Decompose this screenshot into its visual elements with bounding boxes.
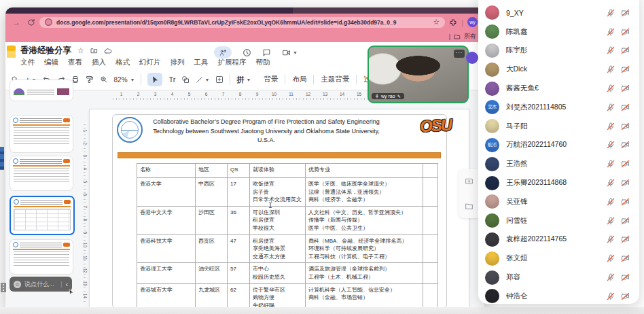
- reload-icon[interactable]: [27, 18, 35, 27]
- mic-muted-icon[interactable]: [607, 198, 615, 206]
- menu-item[interactable]: 扩展程序: [218, 58, 247, 67]
- camera-off-icon[interactable]: [621, 141, 630, 149]
- participant-row[interactable]: 王乐卿2023114868: [478, 173, 639, 192]
- table-row[interactable]: 香港大学 中西区 17 吃饭便宜 房子贵 日常学术交流用英文 医学（牙医、临床医…: [137, 178, 438, 207]
- mic-muted-icon[interactable]: [607, 273, 615, 281]
- camera-off-icon[interactable]: [621, 103, 630, 111]
- emoji-icon[interactable]: ☺: [14, 281, 21, 288]
- select-tool-button[interactable]: [147, 73, 162, 86]
- slide-thumbnail[interactable]: [10, 156, 73, 191]
- folder-icon[interactable]: [454, 33, 461, 40]
- mic-muted-icon[interactable]: [607, 179, 615, 187]
- collapse-chevron-icon[interactable]: ‹: [66, 281, 68, 288]
- camera-off-icon[interactable]: [621, 292, 630, 300]
- chat-input-bar[interactable]: ☺ 说点什么... | ‹: [10, 277, 72, 292]
- webcam-more-button[interactable]: ···: [454, 50, 465, 58]
- mic-muted-icon[interactable]: [607, 65, 615, 73]
- move-folder-icon[interactable]: [90, 47, 98, 54]
- slide-canvas[interactable]: Collaborative Bachelor’s Degree Program …: [89, 109, 469, 309]
- browser-profile-avatar[interactable]: wy: [467, 17, 478, 27]
- url-text[interactable]: docs.google.com/presentation/d/15qxn0R8g…: [56, 19, 429, 26]
- camera-off-icon[interactable]: [621, 179, 630, 187]
- table-row[interactable]: 香港中文大学 沙田区 36 可以住深圳 租房便宜 学校很大 人文社科（中文、历史…: [137, 206, 438, 234]
- shapes-tool-icon[interactable]: [181, 75, 190, 84]
- camera-off-icon[interactable]: [621, 46, 630, 54]
- camera-off-icon[interactable]: [621, 28, 630, 36]
- textbox-tool-button[interactable]: Tr: [168, 75, 175, 84]
- camera-off-icon[interactable]: [621, 273, 630, 281]
- mic-muted-icon[interactable]: [607, 141, 615, 149]
- zoom-icon[interactable]: [100, 75, 108, 84]
- chat-placeholder[interactable]: 说点什么...: [24, 280, 57, 289]
- menu-item[interactable]: 排列: [171, 58, 185, 67]
- participant-row[interactable]: 王浩然: [478, 154, 639, 173]
- meet-button[interactable]: ▼: [282, 48, 298, 57]
- bookmark-star-icon[interactable]: ☆: [433, 18, 440, 27]
- share-screen-icon[interactable]: [465, 177, 473, 186]
- mic-muted-icon[interactable]: [607, 292, 615, 300]
- extensions-icon[interactable]: [449, 18, 457, 27]
- menu-item[interactable]: 编辑: [44, 58, 58, 67]
- format-button[interactable]: 布局: [285, 75, 313, 84]
- webcam-video-tile[interactable]: ··· wy rao ✎: [368, 46, 469, 103]
- camera-off-icon[interactable]: [621, 65, 630, 73]
- mic-muted-icon[interactable]: [607, 235, 615, 243]
- participant-row[interactable]: 9_XY: [478, 3, 639, 22]
- slide-title[interactable]: Collaborative Bachelor’s Degree Program …: [147, 118, 385, 145]
- url-bar[interactable]: docs.google.com/presentation/d/15qxn0R8g…: [39, 17, 445, 28]
- forward-icon[interactable]: →: [12, 18, 22, 27]
- participant-row[interactable]: 闫雪钰: [478, 211, 639, 230]
- spellcheck-button[interactable]: 拼 ▼: [236, 75, 251, 85]
- menu-item[interactable]: 幻灯片: [139, 58, 161, 67]
- slide-thumbnail-selected[interactable]: [10, 196, 75, 235]
- slide-thumbnail[interactable]: [10, 239, 73, 275]
- version-history-icon[interactable]: [243, 48, 251, 57]
- participant-row[interactable]: 旻杰 刘旻杰2021114805: [478, 98, 639, 117]
- camera-off-icon[interactable]: [621, 84, 630, 92]
- participant-row[interactable]: 钟浩仑: [478, 287, 639, 304]
- mic-muted-icon[interactable]: [607, 9, 615, 17]
- camera-off-icon[interactable]: [621, 122, 630, 130]
- folder-outline-icon[interactable]: [465, 202, 473, 211]
- camera-off-icon[interactable]: [621, 217, 630, 225]
- participant-row[interactable]: 马子阳: [478, 117, 639, 136]
- insert-image-icon[interactable]: [215, 75, 223, 84]
- browser-tab-strip[interactable]: [5, 7, 484, 14]
- presenter-mode-button[interactable]: [214, 46, 232, 58]
- menu-item[interactable]: 帮助: [256, 58, 270, 67]
- vertical-ruler[interactable]: 1234567891011121314: [77, 124, 86, 302]
- table-row[interactable]: 香港理工大学 油尖旺区 57 市中心 校园历史悠久 酒店及旅游管理（全球排名前列…: [137, 263, 438, 283]
- mic-muted-icon[interactable]: [607, 46, 615, 54]
- slide-thumbnail[interactable]: [10, 115, 73, 153]
- mic-muted-icon[interactable]: [607, 122, 615, 130]
- participant-row[interactable]: 航滔 万航滔2022114760: [478, 136, 639, 155]
- bookmarks-folder-label[interactable]: 所有: [464, 32, 476, 41]
- slides-app-icon[interactable]: [7, 46, 16, 58]
- table-row[interactable]: 香港城市大学 九龙城区 62 位于繁华市区 购物方便 牛奶好喝 计算机科学（人工…: [137, 283, 438, 309]
- camera-off-icon[interactable]: [621, 235, 630, 243]
- edit-pencil-icon[interactable]: ✎: [397, 94, 401, 99]
- menu-item[interactable]: 格式: [115, 58, 130, 67]
- university-table[interactable]: 名称地区QS就读体验优势专业 香港大学 中西区 17 吃饭便宜 房子贵 日常学术…: [137, 163, 438, 309]
- camera-off-icon[interactable]: [621, 9, 630, 17]
- participant-row[interactable]: 袁梓超2022114765: [478, 230, 639, 249]
- slide-thumbnail[interactable]: [10, 80, 73, 101]
- participant-row[interactable]: 吴亚锋: [478, 192, 639, 211]
- camera-off-icon[interactable]: [621, 198, 630, 206]
- participant-row[interactable]: 张文烜: [478, 249, 639, 268]
- site-info-icon[interactable]: [45, 18, 52, 26]
- mic-muted-icon[interactable]: [607, 160, 615, 168]
- mic-muted-icon[interactable]: [607, 84, 615, 92]
- participant-row[interactable]: 陈凯鑫: [478, 22, 639, 41]
- menu-item[interactable]: 插入: [92, 58, 106, 67]
- mic-muted-icon[interactable]: [607, 217, 615, 225]
- format-button[interactable]: 主题背景: [313, 75, 356, 84]
- format-button[interactable]: 背景: [257, 75, 285, 84]
- paint-format-icon[interactable]: [86, 75, 94, 84]
- menu-item[interactable]: 文件: [20, 58, 35, 67]
- camera-off-icon[interactable]: [621, 160, 630, 168]
- account-avatar[interactable]: [466, 52, 478, 64]
- menu-item[interactable]: 查看: [68, 58, 82, 67]
- participant-row[interactable]: 陈宇彤: [478, 41, 639, 60]
- drag-handle-icon[interactable]: [1, 283, 6, 292]
